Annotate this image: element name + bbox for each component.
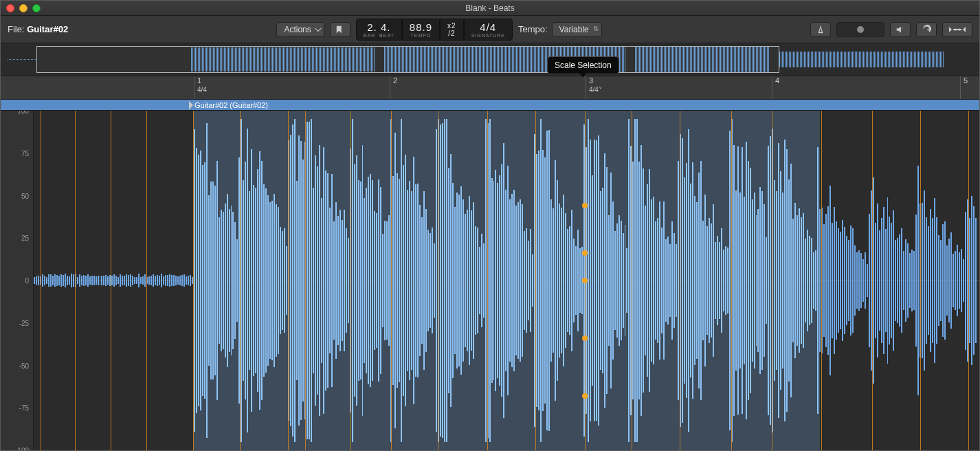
beat-marker[interactable] (288, 111, 289, 450)
beat-marker[interactable] (872, 111, 873, 450)
svg-point-1 (959, 28, 961, 30)
speaker-icon (895, 25, 905, 34)
y-axis-label: -75 (19, 404, 29, 412)
beat-handle[interactable] (582, 203, 588, 208)
y-axis-label: -100 (15, 447, 29, 451)
y-axis-label: 75 (21, 149, 29, 157)
y-axis: 1007550250-25-50-75-100 (1, 111, 34, 450)
toolbar: File: Guitar#02 Actions 2. 4. BAR BEAT 8… (1, 16, 979, 43)
beat-handle[interactable] (582, 278, 588, 283)
metronome-slider[interactable] (836, 22, 884, 37)
y-axis-label: 100 (17, 111, 29, 115)
scale-arrows-icon (949, 25, 966, 34)
file-label: File: Guitar#02 (8, 24, 68, 34)
window-title: Blank - Beats (1, 3, 979, 13)
overview[interactable] (1, 43, 979, 76)
region-header[interactable]: Guitar#02 (Guitar#02) (1, 100, 979, 111)
beat-marker[interactable] (535, 111, 536, 450)
window-close-button[interactable] (6, 4, 14, 12)
y-axis-label: -50 (19, 362, 29, 369)
snap-button[interactable] (330, 22, 350, 37)
window-minimize-button[interactable] (19, 4, 27, 12)
region-name: Guitar#02 (Guitar#02) (194, 101, 268, 109)
beat-marker[interactable] (821, 111, 822, 450)
window-zoom-button[interactable] (32, 4, 41, 12)
beat-handle[interactable] (582, 250, 588, 256)
bar-marker[interactable]: 34/4˅ (586, 76, 602, 99)
tempo-label: Tempo: (518, 24, 548, 34)
beat-marker[interactable] (305, 111, 306, 450)
metronome-icon (816, 25, 825, 34)
beat-marker[interactable] (968, 111, 969, 450)
beat-marker[interactable] (920, 111, 921, 450)
beat-marker[interactable] (632, 111, 632, 450)
tempo-mode-select[interactable]: Variable (552, 22, 602, 37)
beat-marker[interactable] (487, 111, 488, 450)
beat-marker[interactable] (731, 111, 732, 450)
volume-button[interactable] (890, 22, 911, 37)
beat-marker[interactable] (350, 111, 350, 450)
metronome-button[interactable] (810, 22, 831, 37)
cycle-button[interactable] (916, 22, 937, 37)
beat-marker[interactable] (680, 111, 680, 450)
y-axis-label: -25 (19, 319, 29, 327)
beat-marker[interactable] (41, 111, 41, 450)
bar-marker[interactable]: 5 (960, 76, 968, 99)
beat-marker[interactable] (240, 111, 241, 450)
svg-point-0 (955, 28, 957, 30)
beat-marker[interactable] (772, 111, 772, 450)
cycle-icon (922, 25, 931, 34)
snap-icon (335, 25, 345, 34)
titlebar: Blank - Beats (1, 1, 979, 16)
beat-marker[interactable] (391, 111, 392, 450)
beat-marker[interactable] (193, 111, 194, 450)
beat-marker[interactable] (146, 111, 147, 450)
scale-selection-button[interactable] (942, 22, 972, 37)
file-name: Guitar#02 (27, 24, 68, 34)
waveform[interactable] (34, 111, 979, 450)
beat-handle[interactable] (582, 393, 588, 399)
beat-marker[interactable] (438, 111, 438, 450)
y-axis-label: 0 (25, 277, 29, 285)
bar-marker[interactable]: 2 (390, 76, 397, 99)
waveform-editor[interactable]: 1007550250-25-50-75-100 (1, 111, 979, 450)
actions-menu[interactable]: Actions (276, 22, 324, 37)
bar-marker[interactable]: 14/4 (194, 76, 207, 99)
tooltip: Scale Selection (547, 56, 619, 74)
bar-marker[interactable]: 4 (772, 76, 779, 99)
beat-handle[interactable] (582, 336, 588, 341)
overview-selection[interactable] (36, 46, 779, 73)
lcd-display[interactable]: 2. 4. BAR BEAT 88.9 TEMPO x2 /2 4/4 SIGN… (356, 19, 513, 41)
beat-marker[interactable] (75, 111, 76, 450)
beat-marker[interactable] (111, 111, 111, 450)
y-axis-label: 25 (21, 234, 29, 242)
ruler[interactable]: 14/4234/4˅45 (1, 76, 979, 100)
y-axis-label: 50 (21, 192, 29, 199)
